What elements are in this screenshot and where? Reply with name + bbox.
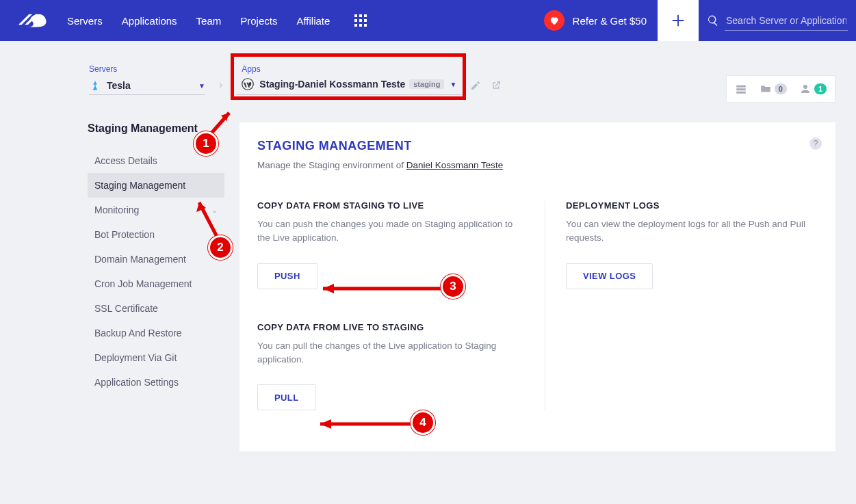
- sidebar-item-bot-protection[interactable]: Bot Protection: [88, 222, 224, 247]
- add-button[interactable]: [658, 0, 699, 41]
- sidebar: Staging Management Access DetailsStaging…: [88, 122, 224, 451]
- sidebar-item-label: Cron Job Management: [94, 278, 192, 289]
- sidebar-item-label: Domain Management: [94, 254, 186, 265]
- sidebar-item-monitoring[interactable]: Monitoring⌄: [88, 198, 224, 222]
- svg-rect-6: [354, 24, 357, 27]
- sidebar-item-label: Bot Protection: [94, 229, 155, 240]
- sidebar-item-staging-management[interactable]: Staging Management: [88, 173, 224, 198]
- main-content: Staging Management Access DetailsStaging…: [0, 95, 856, 472]
- users-tool[interactable]: 1: [799, 83, 827, 95]
- sidebar-item-label: Application Settings: [94, 377, 179, 388]
- apps-label: Apps: [242, 64, 456, 74]
- logs-title: DEPLOYMENT LOGS: [566, 200, 818, 211]
- svg-rect-4: [359, 19, 362, 22]
- chevron-down-icon: ⌄: [211, 206, 218, 215]
- nav-link-team[interactable]: Team: [187, 15, 231, 27]
- push-button[interactable]: PUSH: [257, 263, 317, 289]
- sidebar-item-label: Deployment Via Git: [94, 352, 177, 363]
- svg-rect-2: [364, 14, 367, 17]
- help-icon[interactable]: ?: [809, 137, 822, 150]
- staging-panel: ? STAGING MANAGEMENT Manage the Staging …: [239, 122, 835, 451]
- server-selector[interactable]: Servers Tesla ▼: [89, 64, 205, 95]
- provider-icon: [89, 79, 101, 92]
- svg-rect-7: [359, 24, 362, 27]
- refer-text: Refer & Get $50: [573, 15, 647, 27]
- apps-grid-icon[interactable]: [354, 14, 367, 27]
- app-selector[interactable]: Apps Staging-Daniel Kossmann Teste stagi…: [236, 60, 462, 95]
- top-navbar: Servers Applications Team Projects Affil…: [0, 0, 856, 41]
- chevron-down-icon: ▼: [450, 81, 456, 88]
- projects-tool[interactable]: 0: [760, 83, 787, 95]
- sidebar-item-label: Staging Management: [94, 180, 185, 191]
- sidebar-item-deployment-via-git[interactable]: Deployment Via Git: [88, 345, 224, 370]
- nav-link-servers[interactable]: Servers: [57, 15, 112, 27]
- search-input[interactable]: [725, 11, 848, 31]
- context-toolbar: 0 1: [726, 75, 835, 103]
- svg-rect-3: [354, 19, 357, 22]
- server-name: Tesla: [107, 80, 131, 91]
- sidebar-item-access-details[interactable]: Access Details: [88, 148, 224, 173]
- logs-desc: You can view the deployment logs for all…: [566, 217, 818, 246]
- sidebar-item-label: Access Details: [94, 155, 157, 166]
- pull-title: COPY DATA FROM LIVE TO STAGING: [257, 322, 524, 332]
- sidebar-item-cron-job-management[interactable]: Cron Job Management: [88, 271, 224, 296]
- sidebar-item-ssl-certificate[interactable]: SSL Certificate: [88, 296, 224, 321]
- sidebar-item-backup-and-restore[interactable]: Backup And Restore: [88, 321, 224, 345]
- svg-rect-0: [354, 14, 357, 17]
- edit-icon[interactable]: [470, 80, 481, 91]
- app-actions: [470, 80, 502, 91]
- push-desc: You can push the changes you made on Sta…: [257, 217, 517, 246]
- sidebar-item-label: Monitoring: [94, 204, 139, 215]
- heart-icon: [544, 10, 565, 31]
- search-icon: [707, 14, 719, 27]
- servers-label: Servers: [89, 64, 205, 74]
- live-app-link[interactable]: Daniel Kossmann Teste: [406, 160, 504, 170]
- brand-logo[interactable]: [10, 7, 51, 34]
- svg-rect-1: [359, 14, 362, 17]
- users-count: 1: [814, 83, 827, 94]
- external-link-icon[interactable]: [491, 80, 502, 91]
- list-view-icon[interactable]: [735, 83, 747, 95]
- sidebar-item-domain-management[interactable]: Domain Management: [88, 247, 224, 271]
- svg-rect-8: [364, 24, 367, 27]
- sidebar-item-label: Backup And Restore: [94, 328, 182, 339]
- pull-button[interactable]: PULL: [257, 384, 316, 410]
- push-title: COPY DATA FROM STAGING TO LIVE: [257, 200, 524, 211]
- chevron-down-icon: ▼: [198, 82, 205, 90]
- breadcrumb-arrow-icon: ›: [219, 79, 222, 91]
- panel-subtitle: Manage the Staging environment of Daniel…: [257, 160, 818, 170]
- svg-rect-5: [364, 19, 367, 22]
- panel-left-column: COPY DATA FROM STAGING TO LIVE You can p…: [257, 200, 545, 410]
- annotation-box-1: [231, 53, 466, 100]
- projects-count: 0: [775, 83, 787, 94]
- topbar-right: Refer & Get $50: [533, 0, 856, 41]
- view-logs-button[interactable]: VIEW LOGS: [566, 263, 653, 289]
- staging-tag: staging: [409, 79, 444, 89]
- sidebar-item-application-settings[interactable]: Application Settings: [88, 370, 224, 395]
- sidebar-section-title: Staging Management: [88, 122, 224, 135]
- panel-subtitle-prefix: Manage the Staging environment of: [257, 160, 406, 170]
- sidebar-item-label: SSL Certificate: [94, 303, 158, 314]
- search-wrap: [699, 11, 856, 31]
- panel-right-column: DEPLOYMENT LOGS You can view the deploym…: [545, 200, 818, 410]
- wordpress-icon: [242, 78, 254, 90]
- refer-link[interactable]: Refer & Get $50: [533, 10, 658, 31]
- nav-link-projects[interactable]: Projects: [231, 15, 287, 27]
- nav-link-applications[interactable]: Applications: [112, 15, 187, 27]
- pull-desc: You can pull the changes of the Live app…: [257, 339, 517, 367]
- panel-title: STAGING MANAGEMENT: [257, 139, 818, 153]
- nav-links: Servers Applications Team Projects Affil…: [57, 15, 339, 27]
- app-name: Staging-Daniel Kossmann Teste: [259, 79, 405, 90]
- nav-link-affiliate[interactable]: Affiliate: [287, 15, 339, 27]
